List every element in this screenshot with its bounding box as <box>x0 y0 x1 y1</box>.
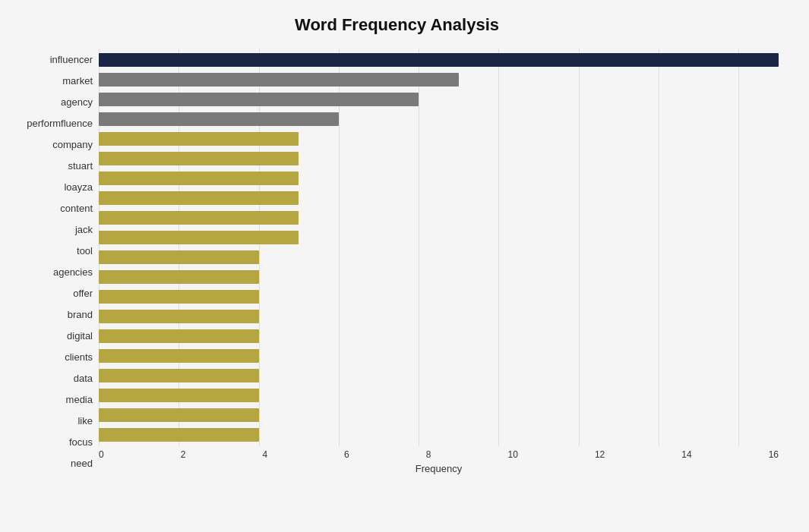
chart-container: Word Frequency Analysis influencermarket… <box>0 0 809 532</box>
bar-row-loayza <box>99 168 779 188</box>
x-axis-label: Frequency <box>99 463 779 474</box>
y-label-clients: clients <box>65 352 93 362</box>
bar-influencer <box>99 53 779 67</box>
bar-row-media <box>99 366 779 386</box>
x-tick-4: 4 <box>262 449 267 460</box>
bars-area <box>99 49 779 446</box>
y-label-like: like <box>77 416 93 426</box>
bar-agency <box>99 93 419 106</box>
x-tick-10: 10 <box>508 449 518 460</box>
x-tick-12: 12 <box>595 449 605 460</box>
bar-performfluence <box>99 112 339 126</box>
x-tick-8: 8 <box>426 449 431 460</box>
bar-row-jack <box>99 208 779 228</box>
bar-row-agency <box>99 90 779 109</box>
bar-row-performfluence <box>99 109 779 129</box>
y-label-market: market <box>62 76 93 86</box>
bars-and-x: 0246810121416 Frequency <box>99 49 779 474</box>
bar-row-digital <box>99 307 779 326</box>
y-label-brand: brand <box>68 310 93 320</box>
bar-offer <box>99 270 259 284</box>
x-tick-6: 6 <box>344 449 349 460</box>
x-axis: 0246810121416 <box>99 446 779 460</box>
y-label-need: need <box>71 458 93 468</box>
x-tick-2: 2 <box>181 449 186 460</box>
chart-area: influencermarketagencyperformfluencecomp… <box>15 49 779 474</box>
y-label-jack: jack <box>75 225 93 235</box>
y-label-stuart: stuart <box>68 161 93 171</box>
bar-row-influencer <box>99 50 779 70</box>
y-label-focus: focus <box>69 437 93 447</box>
bar-content <box>99 191 299 205</box>
x-tick-16: 16 <box>769 449 779 460</box>
bar-row-like <box>99 386 779 405</box>
bar-row-company <box>99 129 779 149</box>
bar-row-need <box>99 425 779 445</box>
bar-company <box>99 132 299 146</box>
y-labels: influencermarketagencyperformfluencecomp… <box>15 49 99 474</box>
y-label-offer: offer <box>73 288 93 298</box>
y-label-influencer: influencer <box>50 55 93 65</box>
bar-agencies <box>99 250 259 264</box>
bar-row-tool <box>99 228 779 247</box>
bar-media <box>99 369 259 382</box>
bar-brand <box>99 290 259 304</box>
bar-row-content <box>99 188 779 208</box>
y-label-tool: tool <box>77 246 93 256</box>
x-tick-0: 0 <box>99 449 104 460</box>
y-label-digital: digital <box>67 331 93 341</box>
bar-clients <box>99 329 259 343</box>
y-label-media: media <box>66 395 93 405</box>
y-label-agency: agency <box>61 97 93 107</box>
y-label-company: company <box>52 140 93 150</box>
y-label-content: content <box>60 203 93 213</box>
bar-row-data <box>99 346 779 366</box>
bar-row-agencies <box>99 247 779 267</box>
y-label-data: data <box>74 373 93 383</box>
bar-row-clients <box>99 326 779 346</box>
bar-data <box>99 349 259 363</box>
bar-tool <box>99 231 299 244</box>
bar-row-market <box>99 70 779 90</box>
bar-digital <box>99 310 259 323</box>
y-label-performfluence: performfluence <box>27 118 93 128</box>
chart-title: Word Frequency Analysis <box>15 15 779 35</box>
bar-focus <box>99 408 259 422</box>
y-label-loayza: loayza <box>64 182 93 192</box>
bar-row-focus <box>99 405 779 425</box>
bar-need <box>99 428 259 442</box>
bar-row-offer <box>99 267 779 287</box>
bar-row-stuart <box>99 149 779 168</box>
bar-market <box>99 73 459 87</box>
bar-loayza <box>99 172 299 185</box>
bar-row-brand <box>99 287 779 307</box>
y-label-agencies: agencies <box>53 267 93 277</box>
bar-jack <box>99 211 299 225</box>
bar-like <box>99 389 259 402</box>
x-tick-14: 14 <box>681 449 691 460</box>
bar-stuart <box>99 152 299 165</box>
bars-list <box>99 49 779 446</box>
